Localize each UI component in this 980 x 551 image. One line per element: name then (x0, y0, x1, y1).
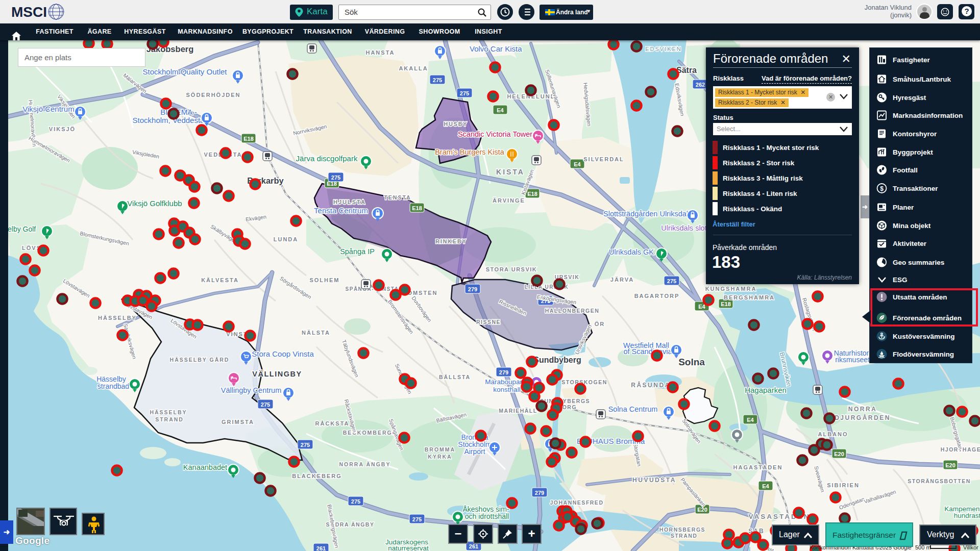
svg-text:VÄLLINGBY: VÄLLINGBY (252, 370, 302, 378)
svg-text:HJULSTA: HJULSTA (333, 199, 366, 205)
svg-text:Vällingby Centrum: Vällingby Centrum (221, 386, 281, 394)
svg-text:275: 275 (261, 402, 270, 408)
svg-text:E18: E18 (412, 205, 422, 211)
svg-text:279: 279 (535, 490, 544, 496)
svg-text:ALBANO: ALBANO (818, 431, 848, 437)
svg-text:Ulriksdals GK: Ulriksdals GK (609, 248, 654, 256)
svg-text:HUVUDSTA: HUVUDSTA (632, 477, 676, 484)
svg-text:E4: E4 (762, 483, 769, 489)
svg-text:Järva discgolfpark: Järva discgolfpark (296, 154, 358, 163)
svg-text:SUNDBYBERGS: SUNDBYBERGS (540, 398, 590, 404)
svg-text:Solna Centrum: Solna Centrum (608, 405, 658, 413)
svg-text:LUNDA: LUNDA (274, 236, 299, 242)
svg-text:$: $ (880, 185, 884, 192)
svg-text:VIKSJÖ: VIKSJÖ (49, 126, 76, 132)
svg-text:KYRKA: KYRKA (428, 454, 452, 460)
svg-text:BECKOMBERGA: BECKOMBERGA (343, 430, 398, 436)
svg-text:E20: E20 (945, 462, 955, 468)
svg-text:SPÅNGA-TENSTA: SPÅNGA-TENSTA (346, 286, 399, 292)
svg-text:KISTA: KISTA (496, 168, 525, 176)
svg-text:275: 275 (433, 77, 442, 83)
svg-text:NÄLSTA: NÄLSTA (302, 330, 330, 336)
svg-text:MARIEHÄLL: MARIEHÄLL (499, 408, 537, 414)
svg-text:naturreservat: naturreservat (388, 544, 429, 551)
svg-text:E18: E18 (721, 301, 731, 307)
svg-text:Airport: Airport (464, 447, 485, 456)
svg-text:strandbad: strandbad (97, 382, 129, 390)
svg-text:262: 262 (696, 82, 705, 88)
svg-text:275: 275 (667, 278, 676, 284)
svg-text:261: 261 (469, 543, 478, 549)
svg-text:E18: E18 (527, 191, 537, 197)
svg-text:NORRA ÄNGBY: NORRA ÄNGBY (339, 461, 391, 467)
svg-text:275: 275 (460, 90, 469, 96)
svg-text:NORRA: NORRA (848, 406, 877, 413)
svg-text:AKALLA: AKALLA (399, 65, 428, 71)
svg-text:Kanaanbadet: Kanaanbadet (183, 463, 227, 471)
svg-text:Scandic Victoria Tower: Scandic Victoria Tower (458, 130, 532, 138)
svg-text:275: 275 (331, 174, 340, 181)
svg-text:RINKEBY: RINKEBY (435, 238, 467, 244)
svg-text:Tensta Centrum: Tensta Centrum (314, 206, 368, 215)
svg-text:BERGSHAMRA: BERGSHAMRA (724, 294, 775, 300)
svg-text:E20: E20 (834, 451, 844, 457)
svg-text:STORA URSVIK: STORA URSVIK (486, 266, 537, 272)
svg-text:HÄSSELBY: HÄSSELBY (98, 315, 137, 321)
svg-text:Hagaparken: Hagaparken (745, 386, 787, 394)
svg-text:SILVERDAL: SILVERDAL (583, 156, 624, 162)
svg-text:TENSTA: TENSTA (384, 194, 411, 201)
svg-text:STORÄNGSBOTTEN: STORÄNGSBOTTEN (908, 478, 970, 484)
svg-text:KÄLVESTA: KÄLVESTA (201, 277, 239, 283)
svg-text:E18: E18 (243, 136, 254, 142)
svg-text:EDSVIKEN: EDSVIKEN (645, 46, 682, 52)
svg-text:Slottsträdgården Ulriksdal: Slottsträdgården Ulriksdal (603, 210, 688, 218)
svg-text:GRIMSTA: GRIMSTA (222, 419, 254, 425)
svg-text:KUNGSHAMRA: KUNGSHAMRA (705, 286, 757, 292)
svg-text:hundrast: hundrast (954, 512, 980, 519)
svg-text:E4: E4 (497, 107, 504, 113)
svg-text:of Scandinavia: of Scandinavia (623, 347, 672, 356)
svg-text:HAGASTADEN: HAGASTADEN (733, 464, 783, 470)
svg-text:RÅCKSTA: RÅCKSTA (315, 420, 350, 427)
svg-text:SIBIRIEN: SIBIRIEN (827, 482, 860, 488)
svg-text:261: 261 (316, 545, 326, 551)
svg-text:STRAND: STRAND (155, 416, 184, 422)
svg-text:HORNSBERGS: HORNSBERGS (659, 527, 705, 533)
svg-text:Sätra: Sätra (676, 66, 697, 74)
svg-text:HALLONBERGEN: HALLONBERGEN (545, 308, 600, 314)
svg-text:Spånga IP: Spånga IP (340, 247, 375, 256)
svg-text:HÄSSELBY GÅRD: HÄSSELBY GÅRD (170, 357, 230, 363)
svg-text:SÖDERHÖJDEN: SÖDERHÖJDEN (186, 92, 241, 98)
svg-text:ÄRVINGE: ÄRVINGE (493, 197, 525, 204)
svg-text:SOLHEM: SOLHEM (309, 277, 339, 283)
svg-text:HÄSSELBY: HÄSSELBY (150, 409, 187, 415)
svg-text:BROMMA: BROMMA (425, 446, 455, 453)
svg-text:275: 275 (301, 442, 310, 448)
svg-text:JOHANNESFRED: JOHANNESFRED (550, 499, 604, 506)
svg-text:JÄRVA: JÄRVA (610, 277, 634, 283)
svg-text:Sundbyberg: Sundbyberg (533, 356, 581, 364)
svg-text:279: 279 (468, 286, 477, 292)
svg-text:275: 275 (351, 498, 360, 505)
svg-text:STRAND: STRAND (671, 533, 698, 539)
svg-text:och idrottshall: och idrottshall (465, 512, 509, 520)
svg-text:Ulriksdals slot: Ulriksdals slot (661, 224, 706, 232)
svg-text:E4: E4 (574, 161, 581, 167)
svg-text:279: 279 (499, 369, 508, 375)
svg-text:selby Golf: selby Golf (4, 225, 36, 233)
svg-text:BAGARTORP: BAGARTORP (634, 293, 680, 299)
svg-text:Solna: Solna (678, 357, 705, 367)
svg-text:275: 275 (412, 516, 422, 522)
svg-text:Maraboupark: Maraboupark (485, 378, 526, 386)
svg-text:riksmuseet: riksmuseet (835, 356, 870, 364)
svg-text:Volvo Car Kista: Volvo Car Kista (470, 44, 522, 53)
svg-text:STORSKOGEN: STORSKOGEN (561, 379, 607, 385)
svg-text:Viksjö Golfklubb: Viksjö Golfklubb (127, 199, 182, 208)
svg-text:ÖR: ÖR (595, 321, 605, 327)
svg-text:HUSBY: HUSBY (444, 121, 468, 127)
svg-text:Viksjö Centrum: Viksjö Centrum (22, 105, 74, 113)
svg-text:RÅSUNDA: RÅSUNDA (631, 381, 671, 389)
svg-text:E4: E4 (747, 417, 754, 423)
svg-text:Stockholm Quality Outlet: Stockholm Quality Outlet (142, 67, 227, 76)
svg-text:RISSNE: RISSNE (476, 319, 501, 325)
